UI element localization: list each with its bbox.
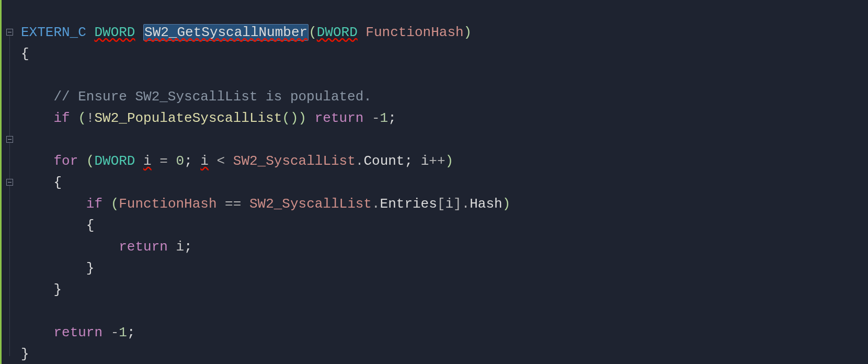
token-operator: - [372, 110, 380, 126]
token-paren: ) [290, 110, 299, 126]
fold-toggle-for[interactable] [6, 136, 13, 143]
selection-highlight: SW2_GetSyscallNumber [143, 24, 309, 41]
token-operator: = [159, 153, 168, 169]
code-editor[interactable]: EXTERN_C DWORD SW2_GetSyscallNumber(DWOR… [21, 0, 868, 364]
code-line[interactable]: EXTERN_C DWORD SW2_GetSyscallNumber(DWOR… [21, 22, 868, 43]
token-type: DWORD [317, 25, 358, 40]
token-keyword-return: return [315, 110, 364, 126]
token-operator: < [217, 153, 225, 169]
token-semi: ; [404, 153, 413, 169]
token-var: i [200, 153, 209, 169]
token-comment: // Ensure SW2_SyscallList is populated. [53, 89, 372, 105]
token-var: i [143, 153, 152, 169]
fold-toggle-if[interactable] [6, 179, 13, 186]
code-line[interactable]: if (FunctionHash == SW2_SyscallList.Entr… [21, 194, 868, 215]
code-line[interactable]: } [21, 279, 868, 301]
token-keyword-if: if [86, 196, 102, 212]
token-paren: ) [446, 153, 454, 169]
token-funcname: SW2_GetSyscallNumber [144, 25, 307, 40]
token-operator: - [111, 325, 119, 340]
token-semi: ; [184, 153, 192, 169]
code-line[interactable] [21, 129, 868, 151]
token-identifier: SW2_SyscallList [233, 153, 356, 169]
code-line[interactable] [21, 301, 868, 322]
token-type: DWORD [94, 153, 135, 169]
token-member: Count [363, 153, 404, 169]
token-semi: ; [184, 239, 192, 255]
code-line[interactable]: return i; [21, 236, 868, 258]
token-keyword-return: return [53, 325, 102, 340]
token-paren: ) [502, 196, 511, 212]
code-line[interactable]: for (DWORD i = 0; i < SW2_SyscallList.Co… [21, 151, 868, 172]
token-member: Hash [470, 196, 502, 212]
token-brace: { [53, 175, 62, 190]
modified-indicator [0, 0, 2, 364]
token-paren: ( [78, 110, 86, 126]
code-line[interactable]: if (!SW2_PopulateSyscallList()) return -… [21, 108, 868, 129]
code-line[interactable]: { [21, 215, 868, 236]
token-bracket: ] [453, 196, 462, 212]
token-keyword-return: return [119, 239, 168, 255]
token-member: Entries [380, 196, 437, 212]
token-paren: ( [309, 25, 317, 40]
token-param: FunctionHash [366, 25, 463, 40]
code-line[interactable]: } [21, 258, 868, 279]
token-operator: ++ [429, 153, 445, 169]
code-line[interactable]: // Ensure SW2_SyscallList is populated. [21, 86, 868, 108]
token-semi: ; [127, 325, 135, 340]
token-paren: ( [111, 196, 119, 212]
fold-gutter [3, 0, 18, 364]
token-brace: { [86, 218, 95, 233]
token-brace: } [86, 260, 95, 276]
token-keyword-if: if [53, 110, 70, 126]
code-line[interactable]: } [21, 344, 868, 364]
token-brace: } [21, 346, 29, 362]
code-line[interactable]: return -1; [21, 322, 868, 344]
token-number: 0 [176, 153, 185, 169]
token-extern: EXTERN_C [21, 25, 86, 40]
token-number: 1 [119, 325, 127, 340]
token-number: 1 [380, 110, 389, 126]
token-keyword-for: for [53, 153, 78, 169]
token-dot: . [462, 196, 470, 212]
token-brace: { [21, 46, 29, 62]
token-bracket: [ [437, 196, 446, 212]
token-var: i [176, 239, 184, 255]
token-paren: ( [86, 153, 95, 169]
token-semi: ; [388, 110, 396, 126]
token-paren: ) [464, 25, 472, 40]
fold-toggle-function[interactable] [6, 29, 13, 36]
token-function-call: SW2_PopulateSyscallList [94, 110, 282, 126]
token-paren: ) [299, 110, 307, 126]
token-dot: . [356, 153, 364, 169]
token-paren: ( [282, 110, 290, 126]
token-identifier: SW2_SyscallList [249, 196, 372, 212]
token-brace: } [53, 282, 62, 298]
code-line[interactable] [21, 65, 868, 86]
token-var: i [421, 153, 429, 169]
token-identifier: FunctionHash [119, 196, 216, 212]
token-dot: . [372, 196, 380, 212]
token-operator: ! [86, 110, 95, 126]
token-operator: == [225, 196, 241, 212]
code-line[interactable]: { [21, 172, 868, 194]
token-var: i [445, 196, 453, 212]
code-line[interactable]: { [21, 43, 868, 65]
token-type: DWORD [94, 25, 135, 40]
